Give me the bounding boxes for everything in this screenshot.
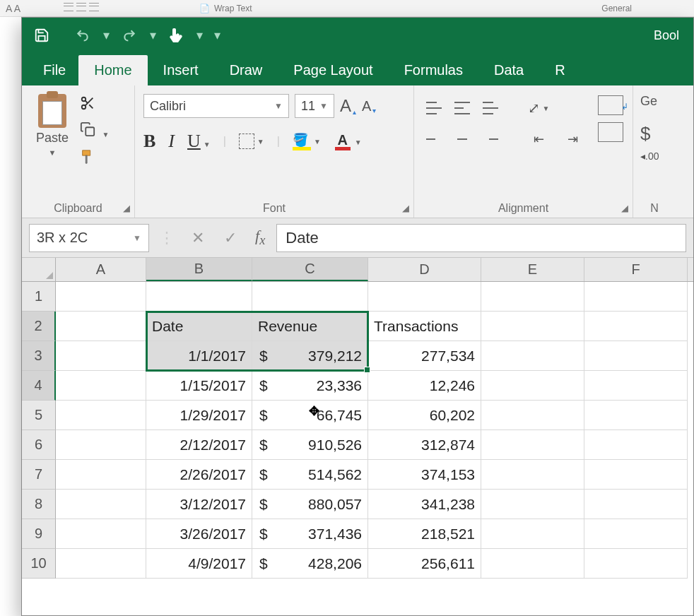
cell[interactable]: 341,238	[368, 490, 481, 519]
accounting-format-button[interactable]: $	[640, 109, 670, 145]
borders-dropdown[interactable]: ▼	[257, 138, 264, 146]
cell[interactable]	[146, 282, 252, 312]
increase-indent-button[interactable]: ⇥	[558, 126, 587, 152]
cell[interactable]	[481, 549, 584, 579]
cell[interactable]	[56, 460, 146, 490]
font-launcher[interactable]: ◢	[402, 203, 409, 213]
redo-dropdown[interactable]: ▾	[146, 23, 159, 48]
cell[interactable]	[481, 430, 584, 460]
cancel-formula-button[interactable]: ✕	[184, 229, 211, 247]
col-header-f[interactable]: F	[584, 258, 688, 281]
row-header[interactable]: 10	[22, 549, 56, 579]
fx-icon[interactable]: fx	[249, 227, 271, 248]
cell[interactable]: $371,436	[252, 519, 368, 549]
cell[interactable]: 256,611	[368, 549, 481, 579]
paste-button[interactable]: Paste ▼	[28, 90, 77, 196]
cell[interactable]	[584, 341, 688, 371]
shrink-font-button[interactable]: A▾	[362, 98, 376, 114]
tab-home[interactable]: Home	[78, 55, 147, 85]
col-header-a[interactable]: A	[56, 258, 146, 281]
align-top-button[interactable]	[423, 95, 445, 121]
cell[interactable]	[56, 430, 146, 460]
enter-formula-button[interactable]: ✓	[217, 229, 244, 247]
cell[interactable]: 312,874	[368, 430, 481, 460]
font-color-dropdown[interactable]: ▼	[355, 138, 362, 146]
cell[interactable]	[584, 519, 688, 549]
tab-insert[interactable]: Insert	[148, 55, 214, 85]
font-color-button[interactable]: A	[334, 132, 352, 150]
font-size-combo[interactable]: 11▼	[295, 94, 334, 118]
alignment-launcher[interactable]: ◢	[621, 203, 628, 213]
cell[interactable]: 218,521	[368, 519, 481, 549]
cell[interactable]	[584, 460, 688, 490]
cell[interactable]: $910,526	[252, 430, 368, 460]
tab-data[interactable]: Data	[478, 55, 539, 85]
worksheet[interactable]: A B C D E F 12DateRevenueTransactions31/…	[22, 258, 693, 579]
cell[interactable]	[56, 401, 146, 430]
cell[interactable]	[56, 549, 146, 579]
tab-page-layout[interactable]: Page Layout	[278, 55, 388, 85]
row-header[interactable]: 7	[22, 460, 56, 490]
cell[interactable]: 3/26/2017	[146, 519, 252, 549]
bold-button[interactable]: B	[143, 131, 155, 152]
row-header[interactable]: 6	[22, 430, 56, 460]
wrap-text-button[interactable]: ↲	[598, 95, 623, 115]
merge-center-button[interactable]	[598, 122, 623, 142]
cell[interactable]: 277,534	[368, 341, 481, 371]
row-header[interactable]: 4	[22, 371, 56, 401]
cell[interactable]	[584, 371, 688, 401]
align-bottom-button[interactable]	[479, 95, 502, 121]
col-header-c[interactable]: C	[252, 258, 368, 281]
select-all-button[interactable]	[22, 258, 56, 281]
borders-button[interactable]	[239, 134, 254, 149]
row-header[interactable]: 2	[22, 312, 56, 341]
cell[interactable]: Date	[146, 312, 252, 341]
cell[interactable]	[56, 519, 146, 549]
align-center-button[interactable]	[451, 126, 474, 152]
cell[interactable]: 1/1/2017	[146, 341, 252, 371]
cell[interactable]	[584, 312, 688, 341]
cell[interactable]: 2/12/2017	[146, 430, 252, 460]
align-right-button[interactable]	[479, 126, 502, 152]
cell[interactable]: $66,745	[252, 401, 368, 430]
cell[interactable]: 374,153	[368, 460, 481, 490]
cell[interactable]: 3/12/2017	[146, 490, 252, 519]
cell[interactable]: 4/9/2017	[146, 549, 252, 579]
underline-dropdown[interactable]: ▼	[204, 141, 211, 148]
number-format-combo[interactable]: Ge	[640, 90, 670, 109]
align-middle-button[interactable]	[451, 95, 474, 121]
row-header[interactable]: 8	[22, 490, 56, 519]
row-header[interactable]: 1	[22, 282, 56, 312]
copy-button[interactable]: ▼	[80, 122, 109, 141]
cell[interactable]	[56, 312, 146, 341]
font-name-combo[interactable]: Calibri▼	[143, 94, 289, 118]
cell[interactable]	[481, 460, 584, 490]
cell[interactable]	[481, 341, 584, 371]
undo-dropdown[interactable]: ▾	[100, 23, 112, 48]
cell[interactable]	[56, 282, 146, 312]
cell[interactable]	[584, 549, 688, 579]
name-box[interactable]: 3R x 2C▼	[29, 224, 149, 252]
cell[interactable]: $428,206	[252, 549, 368, 579]
cell[interactable]: $23,336	[252, 371, 368, 401]
cell[interactable]	[584, 430, 688, 460]
tab-file[interactable]: File	[30, 55, 78, 85]
tab-draw[interactable]: Draw	[214, 55, 278, 85]
cell[interactable]	[481, 282, 584, 312]
cell[interactable]	[56, 341, 146, 371]
row-header[interactable]: 5	[22, 401, 56, 430]
cell[interactable]	[481, 312, 584, 341]
decrease-decimal-icon[interactable]: ◂.00	[640, 145, 670, 162]
cell[interactable]: 1/15/2017	[146, 371, 252, 401]
cell[interactable]	[584, 282, 688, 312]
col-header-e[interactable]: E	[481, 258, 584, 281]
clipboard-launcher[interactable]: ◢	[123, 203, 130, 213]
col-header-b[interactable]: B	[146, 258, 252, 281]
cell[interactable]	[584, 490, 688, 519]
cell[interactable]	[481, 401, 584, 430]
cell[interactable]: $880,057	[252, 490, 368, 519]
cell[interactable]	[481, 490, 584, 519]
grow-font-button[interactable]: A▴	[340, 96, 356, 116]
orientation-button[interactable]: ⤢▼	[524, 95, 553, 121]
cell[interactable]: $379,212	[252, 341, 368, 371]
